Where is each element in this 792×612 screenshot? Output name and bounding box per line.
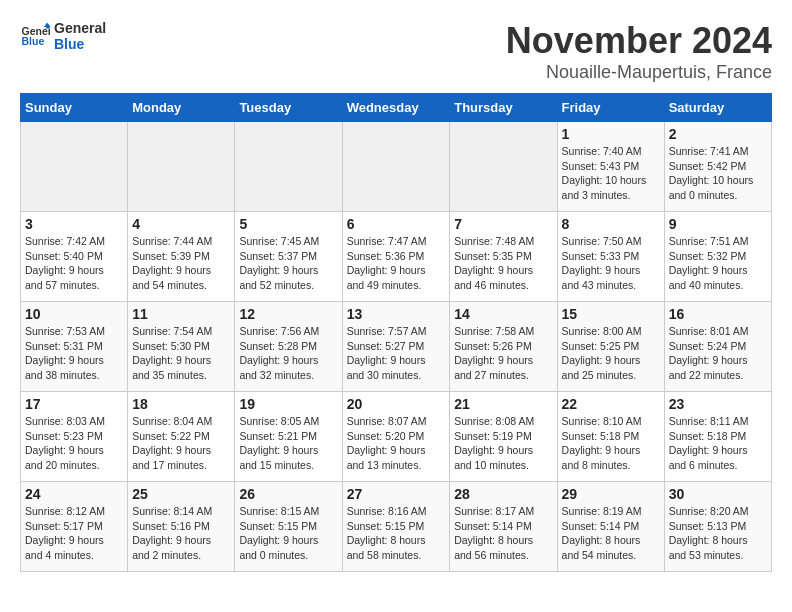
day-info: Sunrise: 7:45 AM Sunset: 5:37 PM Dayligh…	[239, 234, 337, 293]
logo-text-general: General	[54, 20, 106, 36]
day-info: Sunrise: 7:47 AM Sunset: 5:36 PM Dayligh…	[347, 234, 446, 293]
day-info: Sunrise: 7:56 AM Sunset: 5:28 PM Dayligh…	[239, 324, 337, 383]
day-number: 26	[239, 486, 337, 502]
day-number: 7	[454, 216, 552, 232]
day-cell: 13Sunrise: 7:57 AM Sunset: 5:27 PM Dayli…	[342, 302, 450, 392]
day-info: Sunrise: 7:40 AM Sunset: 5:43 PM Dayligh…	[562, 144, 660, 203]
day-cell	[450, 122, 557, 212]
day-cell: 29Sunrise: 8:19 AM Sunset: 5:14 PM Dayli…	[557, 482, 664, 572]
day-cell: 22Sunrise: 8:10 AM Sunset: 5:18 PM Dayli…	[557, 392, 664, 482]
title-section: November 2024 Nouaille-Maupertuis, Franc…	[506, 20, 772, 83]
day-info: Sunrise: 8:07 AM Sunset: 5:20 PM Dayligh…	[347, 414, 446, 473]
day-info: Sunrise: 7:48 AM Sunset: 5:35 PM Dayligh…	[454, 234, 552, 293]
weekday-header-row: SundayMondayTuesdayWednesdayThursdayFrid…	[21, 94, 772, 122]
day-info: Sunrise: 8:10 AM Sunset: 5:18 PM Dayligh…	[562, 414, 660, 473]
week-row-0: 1Sunrise: 7:40 AM Sunset: 5:43 PM Daylig…	[21, 122, 772, 212]
day-number: 13	[347, 306, 446, 322]
day-number: 27	[347, 486, 446, 502]
month-title: November 2024	[506, 20, 772, 62]
day-cell: 16Sunrise: 8:01 AM Sunset: 5:24 PM Dayli…	[664, 302, 771, 392]
weekday-header-thursday: Thursday	[450, 94, 557, 122]
logo-icon: General Blue	[20, 21, 50, 51]
day-info: Sunrise: 8:20 AM Sunset: 5:13 PM Dayligh…	[669, 504, 767, 563]
day-cell: 25Sunrise: 8:14 AM Sunset: 5:16 PM Dayli…	[128, 482, 235, 572]
weekday-header-monday: Monday	[128, 94, 235, 122]
page-header: General Blue General Blue November 2024 …	[20, 20, 772, 83]
day-number: 2	[669, 126, 767, 142]
day-cell: 23Sunrise: 8:11 AM Sunset: 5:18 PM Dayli…	[664, 392, 771, 482]
day-number: 16	[669, 306, 767, 322]
day-cell: 24Sunrise: 8:12 AM Sunset: 5:17 PM Dayli…	[21, 482, 128, 572]
day-cell: 28Sunrise: 8:17 AM Sunset: 5:14 PM Dayli…	[450, 482, 557, 572]
day-info: Sunrise: 7:54 AM Sunset: 5:30 PM Dayligh…	[132, 324, 230, 383]
day-cell: 2Sunrise: 7:41 AM Sunset: 5:42 PM Daylig…	[664, 122, 771, 212]
day-info: Sunrise: 8:03 AM Sunset: 5:23 PM Dayligh…	[25, 414, 123, 473]
day-cell: 8Sunrise: 7:50 AM Sunset: 5:33 PM Daylig…	[557, 212, 664, 302]
day-info: Sunrise: 7:57 AM Sunset: 5:27 PM Dayligh…	[347, 324, 446, 383]
day-info: Sunrise: 8:19 AM Sunset: 5:14 PM Dayligh…	[562, 504, 660, 563]
day-cell: 5Sunrise: 7:45 AM Sunset: 5:37 PM Daylig…	[235, 212, 342, 302]
day-info: Sunrise: 7:51 AM Sunset: 5:32 PM Dayligh…	[669, 234, 767, 293]
day-info: Sunrise: 8:04 AM Sunset: 5:22 PM Dayligh…	[132, 414, 230, 473]
day-info: Sunrise: 7:58 AM Sunset: 5:26 PM Dayligh…	[454, 324, 552, 383]
day-cell: 7Sunrise: 7:48 AM Sunset: 5:35 PM Daylig…	[450, 212, 557, 302]
day-number: 18	[132, 396, 230, 412]
week-row-3: 17Sunrise: 8:03 AM Sunset: 5:23 PM Dayli…	[21, 392, 772, 482]
day-cell: 4Sunrise: 7:44 AM Sunset: 5:39 PM Daylig…	[128, 212, 235, 302]
day-cell	[21, 122, 128, 212]
day-info: Sunrise: 8:00 AM Sunset: 5:25 PM Dayligh…	[562, 324, 660, 383]
day-number: 25	[132, 486, 230, 502]
day-info: Sunrise: 8:01 AM Sunset: 5:24 PM Dayligh…	[669, 324, 767, 383]
day-cell: 12Sunrise: 7:56 AM Sunset: 5:28 PM Dayli…	[235, 302, 342, 392]
week-row-1: 3Sunrise: 7:42 AM Sunset: 5:40 PM Daylig…	[21, 212, 772, 302]
day-info: Sunrise: 7:41 AM Sunset: 5:42 PM Dayligh…	[669, 144, 767, 203]
day-number: 20	[347, 396, 446, 412]
day-info: Sunrise: 8:08 AM Sunset: 5:19 PM Dayligh…	[454, 414, 552, 473]
day-info: Sunrise: 7:42 AM Sunset: 5:40 PM Dayligh…	[25, 234, 123, 293]
day-number: 12	[239, 306, 337, 322]
day-number: 4	[132, 216, 230, 232]
week-row-2: 10Sunrise: 7:53 AM Sunset: 5:31 PM Dayli…	[21, 302, 772, 392]
day-number: 24	[25, 486, 123, 502]
week-row-4: 24Sunrise: 8:12 AM Sunset: 5:17 PM Dayli…	[21, 482, 772, 572]
day-info: Sunrise: 8:16 AM Sunset: 5:15 PM Dayligh…	[347, 504, 446, 563]
day-number: 17	[25, 396, 123, 412]
day-cell: 19Sunrise: 8:05 AM Sunset: 5:21 PM Dayli…	[235, 392, 342, 482]
day-number: 14	[454, 306, 552, 322]
day-info: Sunrise: 8:15 AM Sunset: 5:15 PM Dayligh…	[239, 504, 337, 563]
weekday-header-wednesday: Wednesday	[342, 94, 450, 122]
svg-text:Blue: Blue	[22, 35, 45, 47]
day-cell: 10Sunrise: 7:53 AM Sunset: 5:31 PM Dayli…	[21, 302, 128, 392]
day-cell: 6Sunrise: 7:47 AM Sunset: 5:36 PM Daylig…	[342, 212, 450, 302]
day-cell: 20Sunrise: 8:07 AM Sunset: 5:20 PM Dayli…	[342, 392, 450, 482]
day-cell: 11Sunrise: 7:54 AM Sunset: 5:30 PM Dayli…	[128, 302, 235, 392]
day-cell	[128, 122, 235, 212]
calendar-table: SundayMondayTuesdayWednesdayThursdayFrid…	[20, 93, 772, 572]
day-cell: 30Sunrise: 8:20 AM Sunset: 5:13 PM Dayli…	[664, 482, 771, 572]
day-info: Sunrise: 8:17 AM Sunset: 5:14 PM Dayligh…	[454, 504, 552, 563]
day-info: Sunrise: 8:12 AM Sunset: 5:17 PM Dayligh…	[25, 504, 123, 563]
day-number: 22	[562, 396, 660, 412]
day-cell: 27Sunrise: 8:16 AM Sunset: 5:15 PM Dayli…	[342, 482, 450, 572]
day-cell: 3Sunrise: 7:42 AM Sunset: 5:40 PM Daylig…	[21, 212, 128, 302]
day-number: 5	[239, 216, 337, 232]
day-number: 21	[454, 396, 552, 412]
day-info: Sunrise: 8:05 AM Sunset: 5:21 PM Dayligh…	[239, 414, 337, 473]
day-cell: 17Sunrise: 8:03 AM Sunset: 5:23 PM Dayli…	[21, 392, 128, 482]
day-cell: 21Sunrise: 8:08 AM Sunset: 5:19 PM Dayli…	[450, 392, 557, 482]
day-info: Sunrise: 8:11 AM Sunset: 5:18 PM Dayligh…	[669, 414, 767, 473]
weekday-header-friday: Friday	[557, 94, 664, 122]
day-number: 6	[347, 216, 446, 232]
weekday-header-tuesday: Tuesday	[235, 94, 342, 122]
day-number: 23	[669, 396, 767, 412]
location-title: Nouaille-Maupertuis, France	[506, 62, 772, 83]
day-info: Sunrise: 7:50 AM Sunset: 5:33 PM Dayligh…	[562, 234, 660, 293]
day-info: Sunrise: 8:14 AM Sunset: 5:16 PM Dayligh…	[132, 504, 230, 563]
day-cell: 18Sunrise: 8:04 AM Sunset: 5:22 PM Dayli…	[128, 392, 235, 482]
day-number: 30	[669, 486, 767, 502]
day-cell	[235, 122, 342, 212]
logo-text-blue: Blue	[54, 36, 106, 52]
day-cell: 14Sunrise: 7:58 AM Sunset: 5:26 PM Dayli…	[450, 302, 557, 392]
day-cell: 15Sunrise: 8:00 AM Sunset: 5:25 PM Dayli…	[557, 302, 664, 392]
day-cell: 26Sunrise: 8:15 AM Sunset: 5:15 PM Dayli…	[235, 482, 342, 572]
